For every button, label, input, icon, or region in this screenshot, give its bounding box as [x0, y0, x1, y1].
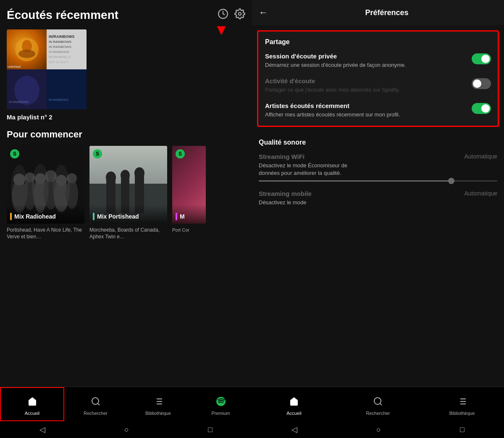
red-arrow-indicator: ▼	[214, 21, 229, 39]
spotify-badge-1: S	[10, 149, 19, 158]
playlist-mosaic[interactable]: radiohead IN/RAINBOWS IN RAINBOWS IN RAI…	[7, 29, 87, 109]
header-icons	[218, 8, 245, 22]
card-third[interactable]: S M Port Cor	[172, 146, 206, 240]
toggle-session-privee[interactable]	[472, 53, 491, 64]
svg-rect-15	[47, 69, 87, 109]
quality-value-wifi: Automatique	[464, 153, 497, 160]
svg-text:RA DIOHEAD_D: RA DIOHEAD_D	[49, 55, 71, 59]
android-home-right[interactable]: ○	[376, 425, 381, 434]
spotify-badge-3: S	[176, 149, 185, 158]
search-icon-right	[373, 396, 383, 409]
playlist-label[interactable]: Ma playlist n° 2	[7, 113, 245, 121]
nav-item-bibliotheque[interactable]: Bibliothèque	[127, 387, 189, 421]
setting-desc-3: Afficher mes artistes écoutés récemment …	[265, 111, 467, 119]
quality-desc-mobile: Désactivez le mode	[259, 199, 312, 206]
setting-title-3: Artistes écoutés récemment	[265, 102, 467, 109]
android-back-left[interactable]: ◁	[39, 425, 45, 434]
card-mix-radiohead[interactable]: S Mix Radiohead Portishead, Have A Nice …	[7, 146, 84, 240]
quality-left-wifi: Streaming WiFi Désactivez le mode Économ…	[259, 153, 351, 177]
svg-text:IN RAINBOWS: IN RAINBOWS	[49, 45, 71, 49]
right-nav-label-rechercher: Rechercher	[366, 411, 390, 416]
card-subtitle-3: Port Cor	[172, 227, 206, 233]
color-bar-1	[10, 213, 12, 220]
toggle-knob-3	[481, 104, 490, 113]
android-nav-left: ◁ ○ □	[0, 421, 252, 438]
nav-item-premium[interactable]: Premium	[189, 387, 252, 421]
svg-text:IN/RAINBOWS: IN/RAINBOWS	[49, 34, 75, 39]
mosaic-cell-2: IN/RAINBOWS IN RAINBOWS IN RAINBOWS IN R…	[47, 29, 87, 69]
setting-text-1: Session d'écoute privée Démarrez une ses…	[265, 53, 472, 69]
quality-value-mobile: Automatique	[464, 190, 497, 197]
search-icon-left	[91, 396, 101, 409]
svg-line-52	[380, 403, 382, 405]
card-subtitle-1: Portishead, Have A Nice Life, The Verve …	[7, 227, 84, 240]
cards-row: S Mix Radiohead Portishead, Have A Nice …	[7, 146, 245, 240]
setting-title-2: Activité d'écoute	[265, 77, 467, 84]
quality-desc-wifi: Désactivez le mode Économiseur de donnée…	[259, 162, 351, 177]
card-title-3: M	[180, 213, 185, 220]
back-button[interactable]: ←	[259, 7, 268, 18]
mosaic-text-1: radiohead	[8, 65, 21, 69]
nav-item-accueil[interactable]: Accueil	[0, 387, 64, 421]
partage-heading: Partage	[265, 38, 491, 46]
card-label-band-1: Mix Radiohead	[7, 204, 84, 224]
mosaic-cell-4: IN RAINBOWS	[47, 69, 87, 109]
card-mix-portishead[interactable]: S Mix Portishead Morcheeba, Boards of Ca…	[89, 146, 167, 240]
svg-point-42	[92, 398, 99, 404]
right-nav-rechercher[interactable]: Rechercher	[336, 387, 420, 421]
card-image-portishead: S Mix Portishead	[89, 146, 167, 224]
color-bar-2	[93, 213, 94, 220]
home-icon-right	[289, 396, 299, 409]
android-back-right[interactable]: ◁	[291, 425, 297, 434]
preferences-title: Préférences	[276, 8, 497, 17]
header-row: Écoutés récemment	[7, 8, 245, 22]
right-nav-bibliotheque[interactable]: Bibliothèque	[420, 387, 504, 421]
card-title-2: Mix Portishead	[97, 213, 139, 220]
quality-slider-wifi[interactable]	[259, 180, 497, 182]
right-panel: ← Préférences Partage Session d'écoute p…	[252, 0, 504, 438]
svg-point-31	[32, 164, 49, 210]
right-bottom-nav: Accueil Rechercher	[252, 387, 504, 421]
right-header: ← Préférences	[252, 0, 504, 25]
quality-slider-thumb-wifi	[448, 178, 454, 184]
android-nav-right: ◁ ○ □	[252, 421, 504, 438]
nav-item-rechercher[interactable]: Rechercher	[64, 387, 127, 421]
setting-text-2: Activité d'écoute Partager ce que j'écou…	[265, 77, 472, 94]
quality-row-mobile: Streaming mobile Désactivez le mode Auto…	[259, 190, 497, 206]
nav-label-premium: Premium	[211, 411, 230, 416]
android-recent-right[interactable]: □	[460, 425, 465, 434]
card-image-radiohead: S Mix Radiohead	[7, 146, 84, 224]
toggle-artistes-recents[interactable]	[472, 103, 491, 114]
card-title-1: Mix Radiohead	[14, 213, 56, 220]
quality-title-wifi: Streaming WiFi	[259, 153, 351, 160]
quality-row-wifi: Streaming WiFi Désactivez le mode Économ…	[259, 153, 497, 177]
setting-desc-1: Démarrez une session d'écoute privée de …	[265, 61, 467, 69]
toggle-knob-1	[481, 55, 490, 63]
page-title: Écoutés récemment	[7, 8, 118, 22]
svg-text:IN RAINBOWS/: IN RAINBOWS/	[49, 50, 69, 53]
color-bar-3	[176, 213, 177, 220]
card-label-band-3: M	[172, 204, 206, 224]
svg-text:IN RAINBOWS: IN RAINBOWS	[49, 98, 68, 101]
svg-point-1	[239, 13, 242, 16]
right-nav-label-bibliotheque: Bibliothèque	[449, 411, 475, 416]
svg-point-51	[374, 398, 381, 404]
setting-session-privee: Session d'écoute privée Démarrez une ses…	[265, 53, 491, 69]
gear-icon[interactable]	[234, 8, 245, 22]
card-label-band-2: Mix Portishead	[89, 204, 167, 224]
setting-activite-ecoute: Activité d'écoute Partager ce que j'écou…	[265, 77, 491, 94]
toggle-activite-ecoute[interactable]	[472, 78, 491, 89]
bottom-nav: Accueil Rechercher	[0, 387, 252, 421]
left-panel: ▼ Écoutés récemment	[0, 0, 252, 438]
android-recent-left[interactable]: □	[208, 425, 213, 434]
history-icon[interactable]	[218, 8, 228, 22]
right-nav-accueil[interactable]: Accueil	[252, 387, 336, 421]
left-content: Écoutés récemment	[0, 0, 252, 387]
quality-left-mobile: Streaming mobile Désactivez le mode	[259, 190, 312, 206]
setting-desc-2: Partager ce que j'écoute avec mes abonné…	[265, 86, 467, 94]
nav-label-rechercher: Rechercher	[84, 411, 108, 416]
android-home-left[interactable]: ○	[124, 425, 129, 434]
home-icon	[27, 396, 37, 409]
recently-played-section: radiohead IN/RAINBOWS IN RAINBOWS IN RAI…	[7, 29, 245, 121]
mosaic-cell-3: IN RAINBOWS	[7, 69, 47, 109]
